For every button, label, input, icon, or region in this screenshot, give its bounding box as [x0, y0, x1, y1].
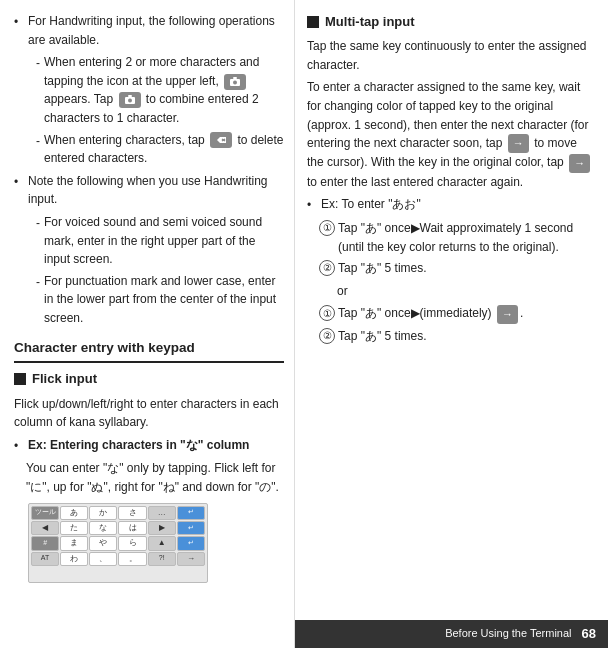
combine-icon — [123, 93, 137, 107]
section-heading: Character entry with keypad — [14, 338, 284, 364]
key-ma: ま — [60, 536, 88, 550]
sub-item-2-1: - For voiced sound and semi voiced sound… — [26, 213, 284, 269]
bullet-dot-2: • — [14, 173, 28, 192]
square-icon-right — [307, 16, 319, 28]
key-enter-mid: ↵ — [177, 521, 205, 535]
key-enter-top: ↵ — [177, 506, 205, 520]
right-content: Multi-tap input Tap the same key continu… — [307, 12, 596, 384]
step4-row: ② Tap "あ" 5 times. — [319, 327, 596, 346]
square-icon — [14, 373, 26, 385]
camera-icon — [228, 75, 242, 89]
flick-bullet: • — [14, 437, 28, 456]
sub-list-2: - For voiced sound and semi voiced sound… — [14, 213, 284, 328]
key-wa: わ — [60, 552, 88, 566]
key-up: ▲ — [148, 536, 176, 550]
immediately-icon: → — [497, 305, 518, 324]
key-hash: # — [31, 536, 59, 550]
ex-bullet-dot: • — [307, 196, 321, 215]
flick-heading: Flick input — [14, 369, 284, 389]
key-enter-bot: ↵ — [177, 536, 205, 550]
svg-point-1 — [233, 80, 237, 84]
key-tool: ツール — [31, 506, 59, 520]
key-period: 。 — [118, 552, 146, 566]
flick-ex-desc: You can enter "な" only by tapping. Flick… — [14, 459, 284, 496]
key-ta: た — [60, 521, 88, 535]
sub-text-2-2: For punctuation mark and lower case, ent… — [44, 272, 284, 328]
sub-item-2-2: - For punctuation mark and lower case, e… — [26, 272, 284, 328]
multitap-desc2: To enter a character assigned to the sam… — [307, 78, 596, 191]
dash-4: - — [26, 273, 44, 292]
key-comma: 、 — [89, 552, 117, 566]
sub-item-1-2: - When entering characters, tap to delet… — [26, 131, 284, 168]
svg-point-4 — [128, 99, 132, 103]
multitap-desc1: Tap the same key continuously to enter t… — [307, 37, 596, 74]
sub-text-2-1: For voiced sound and semi voiced sound m… — [44, 213, 284, 269]
right-column: Multi-tap input Tap the same key continu… — [295, 0, 608, 648]
delete-icon — [214, 133, 228, 147]
sub-list-1: - When entering 2 or more characters and… — [14, 53, 284, 168]
multitap-label: Multi-tap input — [325, 12, 415, 32]
key-dots: … — [148, 506, 176, 520]
ex-bullet-item: • Ex: To enter "あお" — [307, 195, 596, 215]
step2a-text: Tap "あ" once▶(immediately) →. — [338, 304, 523, 323]
circle-4: ② — [319, 328, 335, 344]
sub-item-1-1: - When entering 2 or more characters and… — [26, 53, 284, 127]
page: • For Handwriting input, the following o… — [0, 0, 608, 648]
footer-bar: Before Using the Terminal 68 — [295, 620, 608, 648]
dash-2: - — [26, 132, 44, 151]
circle-1: ① — [319, 220, 335, 236]
key-right: ▶ — [148, 521, 176, 535]
sub-text-1-1: When entering 2 or more characters and t… — [44, 53, 284, 127]
ex-steps: ① Tap "あ" once▶Wait approximately 1 seco… — [307, 219, 596, 345]
dash-1: - — [26, 54, 44, 73]
bullet-item-1: • For Handwriting input, the following o… — [14, 12, 284, 49]
circle-3: ① — [319, 305, 335, 321]
flick-ex-bold: Ex: Entering characters in "な" column — [28, 438, 249, 452]
enter-last-icon: → — [569, 154, 590, 173]
left-column: • For Handwriting input, the following o… — [0, 0, 295, 648]
key-ya: や — [89, 536, 117, 550]
key-ra: ら — [118, 536, 146, 550]
dash-3: - — [26, 214, 44, 233]
ex-label: Ex: To enter "あお" — [321, 195, 421, 214]
key-sa: さ — [118, 506, 146, 520]
key-a: あ — [60, 506, 88, 520]
sub-text-1-2: When entering characters, tap to delete … — [44, 131, 284, 168]
bullet-text-1: For Handwriting input, the following ope… — [28, 12, 284, 49]
bullet-item-2: • Note the following when you use Handwr… — [14, 172, 284, 209]
key-ha: は — [118, 521, 146, 535]
key-punc: ?! — [148, 552, 176, 566]
key-ka: か — [89, 506, 117, 520]
circle-2: ② — [319, 260, 335, 276]
step1-row: ① Tap "あ" once▶Wait approximately 1 seco… — [319, 219, 596, 256]
flick-ex-item: • Ex: Entering characters in "な" column — [14, 436, 284, 456]
page-number: 68 — [582, 624, 596, 644]
step2-row: ② Tap "あ" 5 times. — [319, 259, 596, 278]
step1b-text: Tap "あ" 5 times. — [338, 259, 427, 278]
svg-rect-2 — [233, 77, 237, 79]
or-text: or — [337, 282, 596, 301]
svg-rect-5 — [128, 95, 132, 97]
flick-ex-label: Ex: Entering characters in "な" column — [28, 436, 249, 455]
footer-label: Before Using the Terminal — [445, 625, 571, 642]
bullet-dot-1: • — [14, 13, 28, 32]
step3-row: ① Tap "あ" once▶(immediately) →. — [319, 304, 596, 323]
keyboard-image: ツール あ か さ … ↵ ◀ た な は ▶ ↵ # ま や ら ▲ ↵ AT… — [28, 503, 208, 583]
flick-label: Flick input — [32, 369, 97, 389]
bullet-text-2: Note the following when you use Handwrit… — [28, 172, 284, 209]
key-na: な — [89, 521, 117, 535]
multitap-heading: Multi-tap input — [307, 12, 596, 32]
move-cursor-icon: → — [508, 134, 529, 153]
key-at: AT — [31, 552, 59, 566]
key-left: ◀ — [31, 521, 59, 535]
flick-desc: Flick up/down/left/right to enter charac… — [14, 395, 284, 432]
step1a-text: Tap "あ" once▶Wait approximately 1 second… — [338, 219, 596, 256]
key-arrow-r: → — [177, 552, 205, 566]
step2b-text: Tap "あ" 5 times. — [338, 327, 427, 346]
